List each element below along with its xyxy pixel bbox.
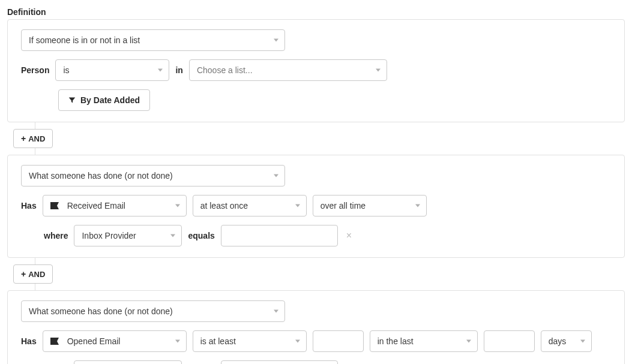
condition-type-label: What someone has done (or not done) <box>29 306 173 316</box>
condition-block-1: If someone is in or not in a list Person… <box>7 19 625 122</box>
plus-icon: + <box>21 134 26 143</box>
where-label: where <box>44 231 68 240</box>
metric-select[interactable]: Received Email <box>43 195 187 216</box>
metric-select[interactable]: Opened Email <box>43 330 187 352</box>
has-label: Has <box>21 336 37 346</box>
chevron-down-icon <box>274 175 278 178</box>
filter-value-input[interactable] <box>221 360 338 364</box>
chevron-down-icon <box>274 310 278 313</box>
chevron-down-icon <box>376 69 381 72</box>
flag-icon <box>50 202 60 209</box>
chevron-down-icon <box>466 340 471 343</box>
frequency-select[interactable]: is at least <box>193 330 307 352</box>
timeframe-unit-label: days <box>549 336 567 346</box>
in-label: in <box>175 65 182 75</box>
chevron-down-icon <box>175 204 180 207</box>
is-select[interactable]: is <box>55 59 169 81</box>
filter-field-label: Inbox Provider <box>82 231 136 240</box>
frequency-select[interactable]: at least once <box>193 195 307 216</box>
frequency-label: at least once <box>200 201 248 210</box>
chevron-down-icon <box>295 204 300 207</box>
filter-icon <box>68 97 76 104</box>
chevron-down-icon <box>175 340 180 343</box>
condition-type-label: If someone is in or not in a list <box>29 35 140 45</box>
is-value: is <box>63 65 69 75</box>
timeframe-select[interactable]: over all time <box>313 195 427 216</box>
and-label: AND <box>28 270 45 279</box>
plus-icon: + <box>21 270 26 278</box>
condition-type-select[interactable]: If someone is in or not in a list <box>21 29 285 51</box>
remove-filter-button[interactable]: × <box>344 231 354 240</box>
chevron-down-icon <box>580 340 585 343</box>
chevron-down-icon <box>274 39 278 42</box>
condition-type-select[interactable]: What someone has done (or not done) <box>21 165 285 186</box>
connector-2: + AND <box>7 258 625 290</box>
condition-type-label: What someone has done (or not done) <box>29 171 173 181</box>
and-label: AND <box>28 134 45 143</box>
timeframe-label: over all time <box>321 201 366 210</box>
metric-label: Opened Email <box>67 336 121 346</box>
section-heading: Definition <box>7 7 625 17</box>
list-placeholder: Choose a list... <box>197 65 253 75</box>
timeframe-select[interactable]: in the last <box>370 330 478 352</box>
condition-block-3: What someone has done (or not done) Has … <box>7 290 625 364</box>
chevron-down-icon <box>295 340 300 343</box>
and-button[interactable]: + AND <box>13 264 53 284</box>
and-button[interactable]: + AND <box>13 129 53 148</box>
chevron-down-icon <box>158 69 163 72</box>
list-select[interactable]: Choose a list... <box>189 59 387 81</box>
count-input[interactable] <box>313 330 364 352</box>
chevron-down-icon <box>415 204 420 207</box>
person-label: Person <box>21 65 49 75</box>
has-label: Has <box>21 201 37 210</box>
connector-1: + AND <box>7 122 625 155</box>
filter-field-select[interactable]: Apple Privacy Open <box>74 360 182 364</box>
timeframe-label: in the last <box>378 336 414 346</box>
metric-label: Received Email <box>67 201 125 210</box>
filter-field-select[interactable]: Inbox Provider <box>74 225 182 246</box>
condition-block-2: What someone has done (or not done) Has … <box>7 155 625 258</box>
frequency-label: is at least <box>200 336 236 346</box>
by-date-added-label: By Date Added <box>80 95 140 105</box>
filter-value-input[interactable] <box>221 225 338 246</box>
condition-type-select[interactable]: What someone has done (or not done) <box>21 300 285 322</box>
flag-icon <box>50 338 60 345</box>
by-date-added-button[interactable]: By Date Added <box>58 89 150 111</box>
timeframe-unit-select[interactable]: days <box>541 330 592 352</box>
chevron-down-icon <box>170 234 175 237</box>
timeframe-value-input[interactable] <box>484 330 535 352</box>
equals-label: equals <box>188 231 214 240</box>
